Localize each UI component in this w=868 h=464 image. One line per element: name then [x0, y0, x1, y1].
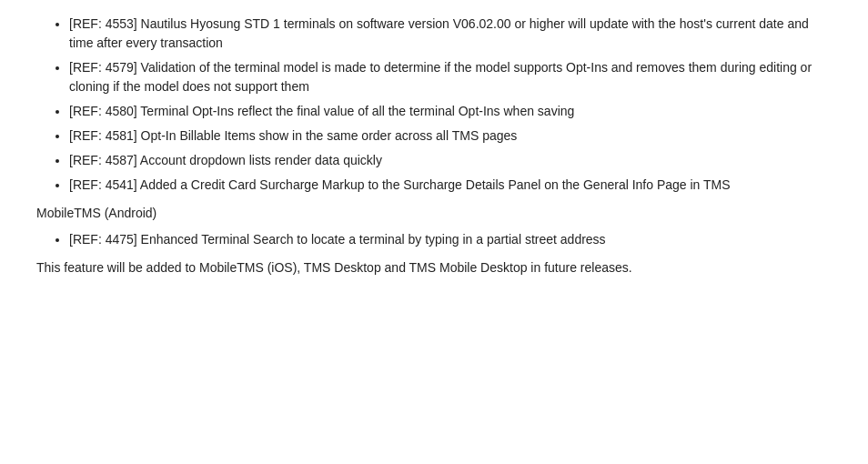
list-item: [REF: 4579] Validation of the terminal m…: [69, 58, 832, 96]
android-section-label: MobileTMS (Android): [36, 204, 832, 223]
main-bullet-list: [REF: 4553] Nautilus Hyosung STD 1 termi…: [36, 15, 832, 195]
footer-text: This feature will be added to MobileTMS …: [36, 258, 832, 277]
main-content: [REF: 4553] Nautilus Hyosung STD 1 termi…: [0, 0, 868, 292]
list-item: [REF: 4581] Opt-In Billable Items show i…: [69, 126, 832, 146]
list-item: [REF: 4541] Added a Credit Card Surcharg…: [69, 176, 832, 195]
list-item: [REF: 4580] Terminal Opt-Ins reflect the…: [69, 102, 832, 121]
list-item: [REF: 4553] Nautilus Hyosung STD 1 termi…: [69, 15, 832, 53]
list-item: [REF: 4475] Enhanced Terminal Search to …: [69, 230, 832, 249]
list-item: [REF: 4587] Account dropdown lists rende…: [69, 151, 832, 170]
android-bullet-list: [REF: 4475] Enhanced Terminal Search to …: [36, 230, 832, 249]
